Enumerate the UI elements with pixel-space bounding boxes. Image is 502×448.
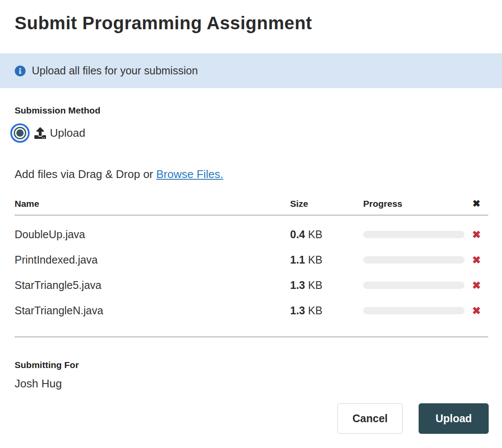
header-progress: Progress — [363, 199, 465, 209]
info-circle-icon — [15, 65, 26, 77]
table-row: StarTriangle5.java 1.3 KB ✖ — [15, 273, 488, 298]
info-banner-text: Upload all files for your submission — [32, 64, 198, 77]
file-size: 1.1 KB — [290, 254, 363, 266]
table-row: DoubleUp.java 0.4 KB ✖ — [15, 222, 488, 247]
remove-file-button[interactable]: ✖ — [472, 280, 481, 291]
file-name: PrintIndexed.java — [15, 254, 290, 266]
header-name: Name — [15, 199, 290, 209]
submission-method-label: Submission Method — [15, 105, 502, 116]
remove-all-icon[interactable]: ✖ — [465, 198, 488, 209]
file-size-unit: KB — [305, 304, 322, 316]
progress-cell — [363, 282, 465, 289]
progress-cell — [363, 231, 465, 238]
page-title: Submit Programming Assignment — [15, 13, 487, 34]
add-files-text: Add files via Drag & Drop or — [15, 168, 156, 181]
progress-cell — [363, 256, 465, 264]
upload-radio-dot — [16, 129, 24, 137]
file-size: 1.3 KB — [290, 279, 363, 292]
remove-file-button[interactable]: ✖ — [472, 306, 481, 316]
remove-file-button[interactable]: ✖ — [472, 255, 481, 265]
file-table: Name Size Progress ✖ DoubleUp.java 0.4 K… — [15, 198, 488, 323]
table-row: PrintIndexed.java 1.1 KB ✖ — [15, 247, 488, 273]
upload-button[interactable]: Upload — [419, 403, 489, 434]
file-size-value: 1.3 — [290, 304, 305, 316]
section-divider — [15, 336, 488, 338]
file-name: DoubleUp.java — [15, 228, 290, 241]
upload-radio[interactable] — [10, 123, 30, 143]
progress-cell — [363, 307, 465, 314]
file-table-header: Name Size Progress ✖ — [15, 198, 488, 216]
dialog-actions: Cancel Upload — [337, 403, 489, 434]
progress-bar — [363, 282, 465, 289]
info-banner: Upload all files for your submission — [0, 53, 502, 88]
upload-option-label: Upload — [50, 126, 85, 140]
progress-bar — [363, 307, 465, 314]
file-size: 0.4 KB — [290, 228, 363, 241]
submitting-for-value: Josh Hug — [15, 377, 502, 390]
file-size-unit: KB — [305, 279, 322, 291]
progress-bar — [363, 231, 465, 238]
cancel-button[interactable]: Cancel — [337, 403, 403, 434]
submission-method-option-upload[interactable]: Upload — [10, 123, 502, 143]
upload-icon — [34, 127, 46, 139]
browse-files-link[interactable]: Browse Files. — [156, 168, 223, 181]
submitting-for-label: Submitting For — [15, 360, 502, 370]
file-size-unit: KB — [305, 254, 322, 266]
file-size-value: 1.1 — [290, 254, 305, 266]
file-name: StarTriangle5.java — [15, 279, 290, 292]
table-row: StarTriangleN.java 1.3 KB ✖ — [15, 298, 488, 323]
file-size-unit: KB — [305, 228, 322, 240]
file-name: StarTriangleN.java — [15, 304, 290, 317]
add-files-instruction: Add files via Drag & Drop or Browse File… — [15, 168, 487, 181]
file-rows: DoubleUp.java 0.4 KB ✖ PrintIndexed.java… — [15, 216, 488, 323]
header-size: Size — [290, 199, 363, 209]
file-size: 1.3 KB — [290, 304, 363, 317]
upload-radio-ring — [14, 127, 26, 139]
progress-bar — [363, 256, 465, 264]
remove-file-button[interactable]: ✖ — [472, 230, 481, 240]
file-size-value: 0.4 — [290, 228, 305, 240]
file-size-value: 1.3 — [290, 279, 305, 291]
